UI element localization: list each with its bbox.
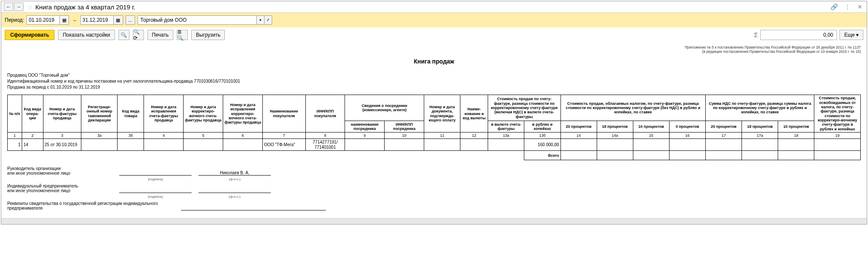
col-buyer: Наименование покупателя xyxy=(262,95,305,133)
organization-open-icon[interactable]: ↗ xyxy=(264,15,272,25)
close-icon[interactable]: ✕ xyxy=(856,3,864,10)
generate-button[interactable]: Сформировать xyxy=(5,30,55,40)
col-currency: Наиме-нование и код валюты xyxy=(460,95,488,133)
signature-area: Руководитель организации или иное уполно… xyxy=(7,166,861,210)
date-from-input[interactable] xyxy=(26,15,60,25)
sales-book-table: № п/п Код вида опера-ции Номер и дата сч… xyxy=(7,95,861,160)
col-0: 0 процентов xyxy=(669,121,705,132)
filter-bar: Период: ▦ – ▦ ... ▾ ↗ xyxy=(1,13,867,27)
sum-value: 0,00 xyxy=(760,30,837,40)
seller-info: Продавец ООО "Торговый дом" Идентификаци… xyxy=(7,72,861,90)
col-cost-rub: в рублях и копейках xyxy=(524,121,560,132)
nav-forward-button[interactable]: → xyxy=(14,3,23,11)
export-button[interactable]: Выгрузить xyxy=(191,30,225,40)
sum-icon: Σ xyxy=(754,32,758,38)
col-vat18: 18 процентов xyxy=(742,121,778,132)
signature-line-2 xyxy=(119,193,192,193)
organization-dropdown-icon[interactable]: ▾ xyxy=(257,15,264,25)
col-int-name: наименование посредника xyxy=(345,121,385,132)
col-vat-group: Сумма НДС по счету-фактуре, разница сумм… xyxy=(706,95,814,121)
col-int-inn: ИНН/КПП посредника xyxy=(385,121,424,132)
print-button[interactable]: Печать xyxy=(147,30,173,40)
nav-back-button[interactable]: ← xyxy=(4,3,13,11)
date-to-input[interactable] xyxy=(80,15,114,25)
total-row: Всего xyxy=(8,151,861,160)
col-cost-curr: в валюте счета-фактуры xyxy=(488,121,524,132)
signature-line-1 xyxy=(119,175,192,176)
search-icon[interactable]: 🔍 xyxy=(118,30,129,40)
show-settings-button[interactable]: Показать настройки xyxy=(58,30,115,40)
toolbar: Сформировать Показать настройки 🔍 🔍⟳ Печ… xyxy=(1,27,867,43)
period-picker-button[interactable]: ... xyxy=(126,15,135,25)
preview-icon[interactable]: 🗎🔍 xyxy=(177,30,188,40)
col-buyer-inn: ИНН/КПП покупателя xyxy=(305,95,345,133)
more-button[interactable]: Еще ▾ xyxy=(839,30,863,40)
column-number-row: 1233а3б 45678 9101112 13а13б 1414a1516 1… xyxy=(8,133,861,139)
more-menu-icon[interactable]: ⋮ xyxy=(843,3,852,10)
col-payment-doc: Номер и дата документа, подтвержда-ющего… xyxy=(424,95,460,133)
registration-line xyxy=(181,210,326,210)
col-vat20: 20 процентов xyxy=(706,121,742,132)
col-goods-code: Код вида товара xyxy=(118,95,144,133)
col-invoice: Номер и дата счета-фактуры продавца xyxy=(43,95,81,133)
col-corr3: Номер и дата исправления корректиро-вочн… xyxy=(223,95,263,133)
col-opcode: Код вида опера-ции xyxy=(22,95,43,133)
col-exempt: Стоимость продаж, освобождаемых от налог… xyxy=(814,95,861,133)
col-corr2: Номер и дата корректиро-вочного счета-фа… xyxy=(184,95,223,133)
link-icon[interactable]: 🔗 xyxy=(829,3,839,10)
dash: – xyxy=(72,17,78,23)
organization-input[interactable] xyxy=(138,15,257,25)
col-taxable-group: Стоимость продаж, облагаемых налогом, по… xyxy=(560,95,706,121)
refresh-search-icon[interactable]: 🔍⟳ xyxy=(133,30,144,40)
col-n: № п/п xyxy=(8,95,22,133)
titlebar: ← → ☆ Книга продаж за 4 квартал 2019 г. … xyxy=(1,1,867,13)
col-20: 20 процентов xyxy=(560,121,597,132)
report-window: ← → ☆ Книга продаж за 4 квартал 2019 г. … xyxy=(1,1,867,225)
director-name: Николаев В. А. xyxy=(198,170,271,176)
table-row: 1 14 25 от 30.10.2019 ООО "ТФ-Мега" 7714… xyxy=(8,139,861,151)
date-to-calendar-icon[interactable]: ▦ xyxy=(114,15,123,25)
date-from-calendar-icon[interactable]: ▦ xyxy=(60,15,69,25)
period-label: Период: xyxy=(5,17,24,23)
appendix-note: Приложение № 5 к постановлению Правитель… xyxy=(7,45,861,54)
ip-name-line xyxy=(198,193,271,193)
col-10: 10 процентов xyxy=(633,121,669,132)
report-body: Приложение № 5 к постановлению Правитель… xyxy=(1,43,867,218)
page-title: Книга продаж за 4 квартал 2019 г. xyxy=(35,3,829,11)
col-corr1: Номер и дата исправления счета-фактуры п… xyxy=(144,95,184,133)
report-title: Книга продаж xyxy=(7,58,861,65)
col-cost-group: Стоимость продаж по счету-фактуре, разни… xyxy=(488,95,560,121)
col-intermediary: Сведения о посреднике (комиссионере, аге… xyxy=(345,95,424,121)
col-vat10: 10 процентов xyxy=(778,121,814,132)
col-customs: Регистраци-онный номер таможенной деклар… xyxy=(81,95,118,133)
favorite-star-icon[interactable]: ☆ xyxy=(27,3,33,11)
horizontal-scrollbar[interactable] xyxy=(1,218,867,224)
col-18: 18 процентов xyxy=(597,121,633,132)
